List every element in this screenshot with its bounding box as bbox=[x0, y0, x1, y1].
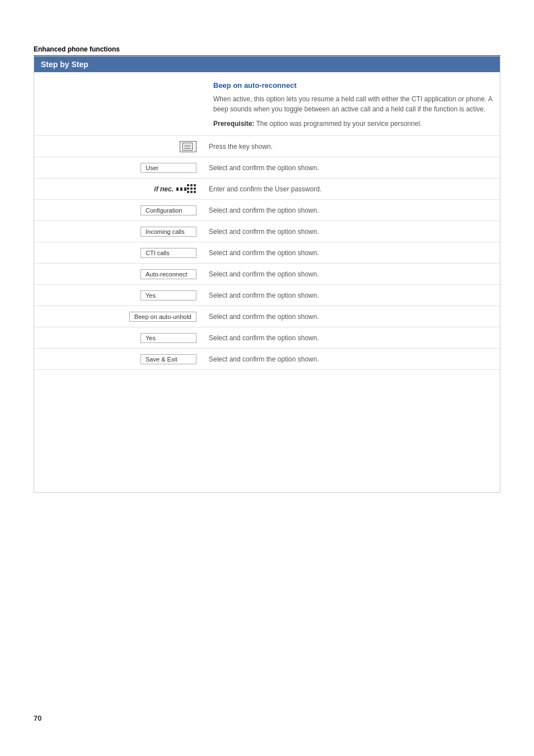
step-row: Yes Select and confirm the option shown. bbox=[34, 284, 500, 306]
page-number: 70 bbox=[34, 714, 41, 722]
dot bbox=[190, 191, 193, 193]
option-configuration: Configuration bbox=[140, 205, 196, 215]
dot bbox=[190, 187, 193, 190]
step-right-5: Select and confirm the option shown. bbox=[202, 246, 500, 260]
prerequisite-text: Prerequisite: The option was programmed … bbox=[213, 119, 493, 129]
step-left-beep-unhold: Beep on auto-unhold bbox=[34, 308, 202, 325]
step-by-step-header: Step by Step bbox=[34, 57, 500, 72]
password-icon bbox=[176, 187, 187, 191]
option-yes-2: Yes bbox=[140, 333, 196, 343]
option-user: User bbox=[140, 163, 196, 173]
option-beep-auto-unhold: Beep on auto-unhold bbox=[129, 312, 196, 322]
step-row: Beep on auto-unhold Select and confirm t… bbox=[34, 306, 500, 327]
step-right-7: Select and confirm the option shown. bbox=[202, 288, 500, 303]
step-right-6: Select and confirm the option shown. bbox=[202, 267, 500, 281]
step-right-8: Select and confirm the option shown. bbox=[202, 309, 500, 324]
step-row: Incoming calls Select and confirm the op… bbox=[34, 220, 500, 242]
step-row: Press the key shown. bbox=[34, 135, 500, 157]
section-description: When active, this option lets you resume… bbox=[213, 94, 493, 114]
dot2 bbox=[180, 187, 182, 191]
empty-left bbox=[34, 428, 202, 435]
step-row: User Select and confirm the option shown… bbox=[34, 157, 500, 178]
content-area: Beep on auto-reconnect When active, this… bbox=[34, 72, 500, 492]
step-left-configuration: Configuration bbox=[34, 202, 202, 219]
step-row: CTI calls Select and confirm the option … bbox=[34, 242, 500, 263]
step-left-user: User bbox=[34, 159, 202, 176]
step-right-10: Select and confirm the option shown. bbox=[202, 352, 500, 367]
option-incoming-calls: Incoming calls bbox=[140, 227, 196, 237]
dot bbox=[194, 191, 196, 193]
step-row: Auto-reconnect Select and confirm the op… bbox=[34, 263, 500, 284]
dots-grid bbox=[187, 184, 196, 194]
step-right-0: Press the key shown. bbox=[202, 139, 500, 154]
step-left-yes1: Yes bbox=[34, 287, 202, 304]
option-save-exit: Save & Exit bbox=[140, 354, 196, 364]
page-header: Enhanced phone functions bbox=[34, 45, 500, 56]
option-cti-calls: CTI calls bbox=[140, 248, 196, 258]
list-icon bbox=[182, 143, 193, 151]
page-header-title: Enhanced phone functions bbox=[34, 45, 120, 53]
dot bbox=[194, 187, 196, 190]
step-row: if nec. bbox=[34, 178, 500, 199]
step-left-key bbox=[34, 138, 202, 156]
empty-right bbox=[202, 428, 500, 435]
step-left-save: Save & Exit bbox=[34, 351, 202, 368]
step-right-4: Select and confirm the option shown. bbox=[202, 224, 500, 239]
section-title: Beep on auto-reconnect bbox=[213, 81, 493, 90]
option-yes-1: Yes bbox=[140, 290, 196, 300]
prerequisite-label: Prerequisite: bbox=[213, 120, 254, 128]
step-row: Configuration Select and confirm the opt… bbox=[34, 199, 500, 220]
dot bbox=[187, 184, 189, 186]
dot1 bbox=[176, 187, 179, 191]
list-key-icon bbox=[180, 141, 196, 152]
dot bbox=[187, 191, 189, 193]
option-auto-reconnect: Auto-reconnect bbox=[140, 269, 196, 279]
step-row: Yes Select and confirm the option shown. bbox=[34, 327, 500, 348]
step-row: Save & Exit Select and confirm the optio… bbox=[34, 348, 500, 369]
step-right-3: Select and confirm the option shown. bbox=[202, 203, 500, 218]
step-left-ifnec: if nec. bbox=[34, 181, 202, 197]
dot bbox=[190, 184, 193, 186]
step-right-2: Enter and confirm the User password. bbox=[202, 182, 500, 196]
step-right-9: Select and confirm the option shown. bbox=[202, 331, 500, 345]
step-right-1: Select and confirm the option shown. bbox=[202, 161, 500, 175]
description-section: Beep on auto-reconnect When active, this… bbox=[34, 72, 500, 135]
main-box: Step by Step Beep on auto-reconnect When… bbox=[34, 56, 500, 493]
step-left-yes2: Yes bbox=[34, 330, 202, 346]
step-rows: Press the key shown. User Select and con… bbox=[34, 135, 500, 492]
empty-section bbox=[34, 369, 500, 492]
dot3 bbox=[184, 187, 186, 191]
step-left-cti: CTI calls bbox=[34, 245, 202, 261]
if-nec-label: if nec. bbox=[154, 185, 174, 193]
prerequisite-body: The option was programmed by your servic… bbox=[256, 120, 421, 128]
dot bbox=[187, 187, 189, 190]
step-left-auto-reconnect: Auto-reconnect bbox=[34, 266, 202, 283]
dot bbox=[194, 184, 196, 186]
step-left-incoming: Incoming calls bbox=[34, 223, 202, 240]
